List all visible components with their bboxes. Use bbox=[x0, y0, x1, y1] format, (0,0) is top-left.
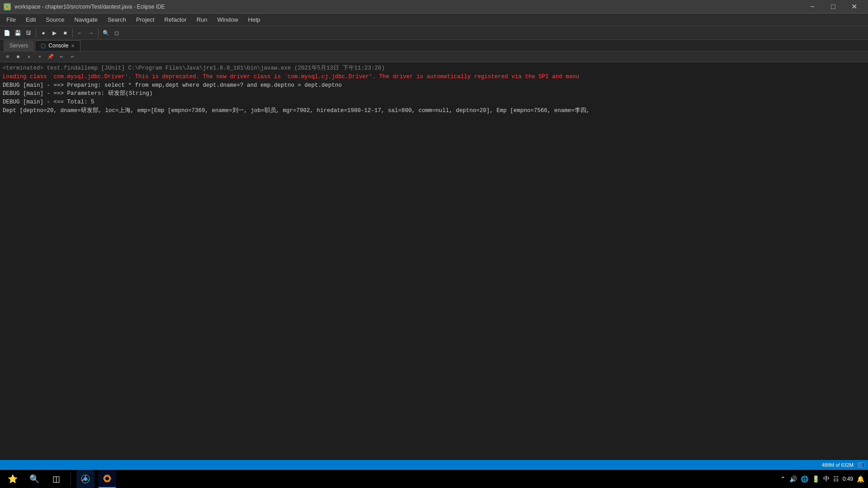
toolbar-separator-1 bbox=[36, 28, 36, 38]
close-button[interactable]: ✕ bbox=[844, 0, 864, 14]
console-new-icon[interactable]: + bbox=[36, 53, 43, 61]
taskbar-chevron-icon[interactable]: ⌃ bbox=[780, 475, 786, 483]
memory-bar-fill bbox=[859, 463, 863, 467]
console-area: Servers ▢ Console ✕ ⌫ ■ ✕ + 📌 ↦ ↩ <termi… bbox=[0, 40, 868, 470]
console-debug-line-1: DEBUG [main] - ==> Preparing: select * f… bbox=[3, 81, 865, 90]
menu-edit[interactable]: Edit bbox=[21, 14, 40, 25]
toolbar-separator-3 bbox=[98, 28, 99, 38]
tab-console-label: Console bbox=[48, 42, 68, 49]
console-terminated-line: <terminated> test.findallemp [JUnit] C:\… bbox=[3, 64, 865, 73]
console-result-line: Dept [deptno=20, dname=研发部, loc=上海, emp=… bbox=[3, 107, 865, 115]
toolbar-new[interactable]: 📄 bbox=[2, 28, 12, 38]
toolbar-save[interactable]: 💾 bbox=[13, 28, 23, 38]
taskbar-separator bbox=[71, 472, 71, 486]
taskbar-clock: 0:49 bbox=[843, 476, 853, 482]
start-button[interactable]: ⭐ bbox=[4, 470, 22, 488]
console-debug-line-3: DEBUG [main] - <== Total: 5 bbox=[3, 98, 865, 107]
console-word-wrap-icon[interactable]: ↩ bbox=[69, 53, 76, 61]
menu-window[interactable]: Window bbox=[213, 14, 243, 25]
taskbar-battery-icon[interactable]: 🔋 bbox=[812, 475, 820, 483]
menu-file[interactable]: File bbox=[2, 14, 20, 25]
svg-point-7 bbox=[104, 474, 111, 483]
menu-run[interactable]: Run bbox=[192, 14, 212, 25]
toolbar-save-all[interactable]: 🖫 bbox=[24, 28, 33, 38]
console-header: ⌫ ■ ✕ + 📌 ↦ ↩ bbox=[0, 52, 868, 62]
tab-close-icon[interactable]: ✕ bbox=[71, 43, 75, 48]
menu-navigate[interactable]: Navigate bbox=[70, 14, 102, 25]
search-button[interactable]: 🔍 bbox=[25, 470, 43, 488]
window-controls: − □ ✕ bbox=[802, 0, 864, 14]
toolbar-debug[interactable]: ● bbox=[38, 28, 48, 38]
menu-project[interactable]: Project bbox=[132, 14, 159, 25]
eclipse-taskbar-button[interactable] bbox=[98, 470, 116, 488]
chrome-button[interactable] bbox=[76, 470, 94, 488]
task-view-button[interactable]: ◫ bbox=[47, 470, 65, 488]
toolbar-back[interactable]: ← bbox=[75, 28, 85, 38]
console-clear-icon[interactable]: ⌫ bbox=[4, 53, 11, 61]
console-error-line: Loading class `com.mysql.jdbc.Driver'. T… bbox=[3, 73, 865, 81]
status-memory: 488M of 632M bbox=[822, 462, 854, 468]
tab-servers[interactable]: Servers bbox=[4, 40, 34, 51]
console-scroll-lock-icon[interactable]: ↦ bbox=[58, 53, 65, 61]
menu-search[interactable]: Search bbox=[103, 14, 131, 25]
toolbar-stop[interactable]: ■ bbox=[60, 28, 70, 38]
taskbar-notification-icon[interactable]: 🔔 bbox=[857, 475, 864, 483]
menu-help[interactable]: Help bbox=[244, 14, 265, 25]
menu-refactor[interactable]: Refactor bbox=[160, 14, 191, 25]
toolbar-run[interactable]: ▶ bbox=[49, 28, 59, 38]
toolbar: 📄 💾 🖫 ● ▶ ■ ← → 🔍 ◻ bbox=[0, 26, 868, 40]
toolbar-separator-2 bbox=[72, 28, 73, 38]
tab-servers-label: Servers bbox=[9, 42, 28, 49]
tab-bar: Servers ▢ Console ✕ bbox=[0, 40, 868, 52]
console-pin-icon[interactable]: 📌 bbox=[47, 53, 54, 61]
console-remove-icon[interactable]: ✕ bbox=[25, 53, 33, 61]
memory-bar bbox=[858, 462, 864, 468]
taskbar-speaker-icon[interactable]: 🔊 bbox=[789, 475, 797, 483]
menu-source[interactable]: Source bbox=[41, 14, 69, 25]
window-title: workspace - chapter10/src/com/Test/daote… bbox=[14, 4, 798, 10]
tab-console[interactable]: ▢ Console ✕ bbox=[35, 40, 80, 51]
eclipse-icon bbox=[4, 3, 11, 10]
toolbar-search[interactable]: 🔍 bbox=[101, 28, 111, 38]
console-terminate-icon[interactable]: ■ bbox=[14, 53, 22, 61]
toolbar-forward[interactable]: → bbox=[86, 28, 96, 38]
maximize-button[interactable]: □ bbox=[823, 0, 844, 14]
main-container: workspace - chapter10/src/com/Test/daote… bbox=[0, 0, 868, 470]
console-debug-line-2: DEBUG [main] - ==> Parameters: 研发部(Strin… bbox=[3, 89, 865, 98]
svg-point-4 bbox=[84, 477, 87, 481]
menu-bar: File Edit Source Navigate Search Project… bbox=[0, 14, 868, 26]
console-icon: ▢ bbox=[41, 42, 46, 49]
svg-point-2 bbox=[5, 4, 10, 10]
minimize-button[interactable]: − bbox=[802, 0, 823, 14]
title-bar: workspace - chapter10/src/com/Test/daote… bbox=[0, 0, 868, 14]
console-output: <terminated> test.findallemp [JUnit] C:\… bbox=[0, 62, 868, 470]
taskbar-right: ⌃ 🔊 🌐 🔋 中 ☷ 0:49 🔔 bbox=[780, 475, 864, 483]
status-bar: 488M of 632M bbox=[0, 460, 868, 470]
taskbar-network-icon[interactable]: 🌐 bbox=[801, 475, 808, 483]
toolbar-maximize[interactable]: ◻ bbox=[112, 28, 122, 38]
taskbar-layout-icon[interactable]: ☷ bbox=[833, 475, 839, 483]
taskbar: ⭐ 🔍 ◫ ⌃ 🔊 🌐 🔋 中 ☷ 0:49 🔔 bbox=[0, 470, 868, 488]
taskbar-ime-icon[interactable]: 中 bbox=[823, 475, 830, 483]
